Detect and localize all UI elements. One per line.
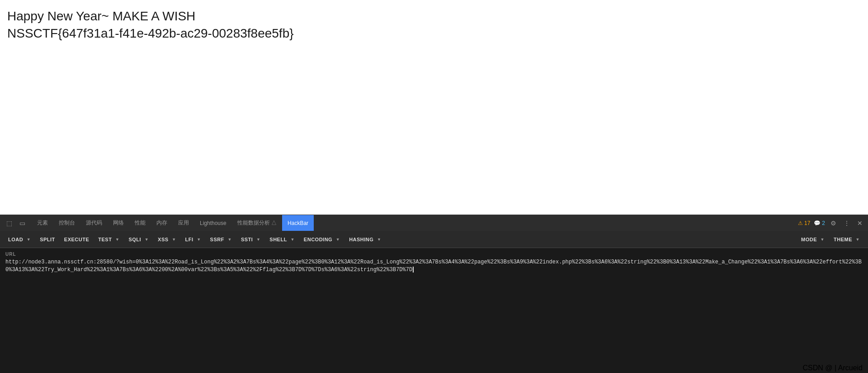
warning-icon: ⚠ (798, 220, 803, 226)
shell-button[interactable]: SHELL ▼ (265, 234, 299, 244)
cursor (413, 267, 414, 273)
warning-count: 17 (804, 220, 810, 226)
devtools-panel: ⬚ ▭ 元素 控制台 源代码 网络 性能 内存 应用 Lighthouse 性能… (0, 215, 868, 373)
tab-performance[interactable]: 性能 (129, 215, 151, 231)
info-count: 2 (822, 220, 825, 226)
load-button[interactable]: LOAD ▼ (4, 234, 35, 244)
hackbar-right-buttons: MODE ▼ THEME ▼ (797, 234, 864, 244)
devtools-tabs: 元素 控制台 源代码 网络 性能 内存 应用 Lighthouse 性能数据分析… (32, 215, 314, 231)
devtools-tabbar: ⬚ ▭ 元素 控制台 源代码 网络 性能 内存 应用 Lighthouse 性能… (0, 215, 868, 231)
page-content: Happy New Year~ MAKE A WISH NSSCTF{647f3… (0, 0, 868, 215)
hackbar-url-area[interactable]: URL http://node3.anna.nssctf.cn:28580/?w… (0, 248, 868, 363)
devtools-tab-icons: ⬚ ▭ (0, 218, 32, 229)
tab-source[interactable]: 源代码 (80, 215, 108, 231)
tab-memory[interactable]: 内存 (151, 215, 173, 231)
more-icon[interactable]: ⋮ (842, 219, 852, 228)
page-title-line1: Happy New Year~ MAKE A WISH (7, 9, 861, 24)
warning-badge: ⚠ 17 (798, 220, 810, 226)
mode-button[interactable]: MODE ▼ (797, 234, 829, 244)
devtools-right-icons: ⚠ 17 💬 2 ⚙ ⋮ ✕ (798, 219, 868, 228)
xss-button[interactable]: XSS ▼ (153, 234, 181, 244)
sqli-button[interactable]: SQLI ▼ (124, 234, 153, 244)
theme-button[interactable]: THEME ▼ (829, 234, 864, 244)
url-label: URL (5, 252, 863, 257)
info-badge: 💬 2 (814, 220, 825, 226)
ssrf-button[interactable]: SSRF ▼ (206, 234, 236, 244)
tab-hackbar[interactable]: HackBar (282, 215, 314, 231)
tab-perfdata[interactable]: 性能数据分析 △ (232, 215, 282, 231)
hackbar-footer-text: CSDN @ | Arcueid (803, 364, 863, 372)
url-text: http://node3.anna.nssctf.cn:28580/?wish=… (5, 259, 862, 273)
hackbar-toolbar: LOAD ▼ SPLIT EXECUTE TEST ▼ SQLI ▼ XSS ▼… (0, 231, 868, 248)
ssti-button[interactable]: SSTI ▼ (236, 234, 265, 244)
page-title-line2: NSSCTF{647f31a1-f41e-492b-ac29-00283f8ee… (7, 26, 861, 41)
test-button[interactable]: TEST ▼ (94, 234, 124, 244)
cursor-icon[interactable]: ⬚ (4, 218, 15, 229)
tab-network[interactable]: 网络 (108, 215, 129, 231)
close-icon[interactable]: ✕ (855, 219, 864, 228)
tab-application[interactable]: 应用 (173, 215, 194, 231)
lfi-button[interactable]: LFI ▼ (181, 234, 206, 244)
info-icon: 💬 (814, 220, 821, 226)
split-button[interactable]: SPLIT (35, 234, 60, 244)
device-icon[interactable]: ▭ (17, 218, 28, 229)
tab-lighthouse[interactable]: Lighthouse (194, 215, 232, 231)
hackbar-footer: CSDN @ | Arcueid (0, 363, 868, 373)
tab-elements[interactable]: 元素 (32, 215, 53, 231)
url-input[interactable]: http://node3.anna.nssctf.cn:28580/?wish=… (5, 258, 863, 274)
execute-button[interactable]: EXECUTE (60, 234, 94, 244)
settings-icon[interactable]: ⚙ (829, 219, 838, 228)
encoding-button[interactable]: ENCODING ▼ (299, 234, 344, 244)
tab-console[interactable]: 控制台 (53, 215, 80, 231)
hashing-button[interactable]: HASHING ▼ (344, 234, 386, 244)
